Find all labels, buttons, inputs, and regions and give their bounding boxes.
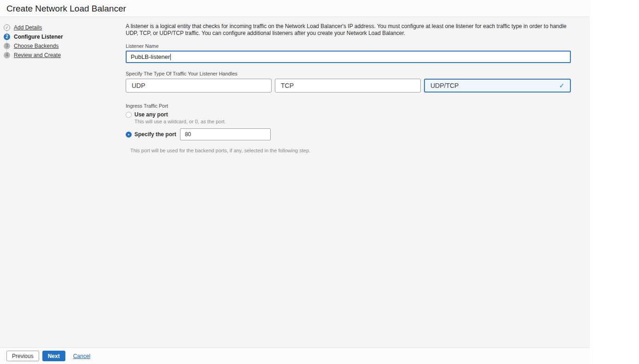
configure-listener-form: A listener is a logical entity that chec… [126,23,571,153]
specify-port-radio[interactable] [126,132,132,138]
step-label-add-details[interactable]: Add Details [14,24,42,31]
radio-row-use-any-port: Use any port [126,111,571,118]
use-any-port-radio[interactable] [126,112,132,118]
step-configure-listener: 2 Configure Listener [4,32,119,41]
ingress-port-label: Ingress Traffic Port [126,103,571,109]
step-review-and-create[interactable]: 4 Review and Create [4,51,119,60]
step-complete-check-icon: ✓ [4,24,10,31]
step-label-choose-backends[interactable]: Choose Backends [14,43,58,49]
step-number-badge: 3 [4,43,10,49]
traffic-card-tcp-label: TCP [281,82,294,89]
listener-description: A listener is a logical entity that chec… [126,23,571,37]
page: Create Network Load Balancer ✓ Add Detai… [0,0,639,364]
traffic-card-udp-tcp-label: UDP/TCP [430,82,459,89]
selected-check-icon: ✓ [559,82,564,89]
text-cursor [170,54,171,60]
listener-name-value: PubLB-listener [131,53,170,60]
traffic-card-udp-label: UDP [132,82,145,89]
port-input[interactable] [180,128,271,140]
wizard-footer: Previous Next Cancel [0,347,590,364]
use-any-port-help: This will use a wildcard, or 0, as the p… [134,119,571,124]
traffic-card-udp-tcp[interactable]: UDP/TCP ✓ [424,79,571,92]
step-number-badge: 2 [4,34,10,40]
listener-name-input[interactable]: PubLB-listener [126,51,571,63]
step-number-badge: 4 [4,52,10,58]
step-add-details[interactable]: ✓ Add Details [4,23,119,32]
use-any-port-label[interactable]: Use any port [134,111,168,118]
create-nlb-panel: Create Network Load Balancer ✓ Add Detai… [0,0,590,364]
next-button[interactable]: Next [42,351,65,361]
cancel-link[interactable]: Cancel [73,353,90,359]
port-footnote: This port will be used for the backend p… [130,148,571,153]
traffic-card-udp[interactable]: UDP [126,79,272,92]
panel-header: Create Network Load Balancer [0,0,590,17]
step-label-review-and-create[interactable]: Review and Create [14,52,61,58]
wizard-steps: ✓ Add Details 2 Configure Listener 3 Cho… [4,23,119,60]
listener-name-label: Listener Name [126,43,571,49]
traffic-type-cards: UDP TCP UDP/TCP ✓ [126,79,571,92]
step-choose-backends[interactable]: 3 Choose Backends [4,41,119,51]
traffic-type-label: Specify The Type Of Traffic Your Listene… [126,71,571,76]
page-title: Create Network Load Balancer [6,4,126,14]
traffic-card-tcp[interactable]: TCP [275,79,421,92]
step-label-configure-listener: Configure Listener [14,34,63,40]
specify-port-label[interactable]: Specify the port [134,131,176,138]
previous-button[interactable]: Previous [6,351,39,361]
radio-row-specify-port: Specify the port [126,128,571,140]
